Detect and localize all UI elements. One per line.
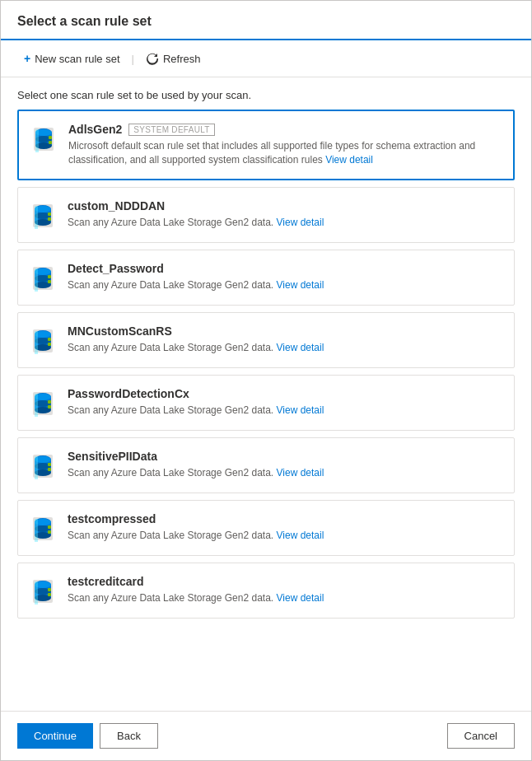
item-icon — [28, 451, 58, 481]
plus-icon: + — [24, 52, 30, 65]
view-detail-link[interactable]: View detail — [277, 279, 324, 291]
view-detail-link[interactable]: View detail — [277, 530, 324, 541]
svg-rect-42 — [35, 394, 38, 417]
item-name-row: MNCustomScanRS — [68, 324, 504, 338]
item-desc: Scan any Azure Data Lake Storage Gen2 da… — [68, 466, 504, 480]
item-desc: Scan any Azure Data Lake Storage Gen2 da… — [68, 404, 504, 418]
svg-rect-52 — [48, 463, 51, 466]
item-icon — [28, 264, 58, 293]
item-desc: Microsoft default scan rule set that inc… — [68, 139, 503, 167]
item-content: SensitivePIIData Scan any Azure Data Lak… — [68, 450, 504, 480]
list-item[interactable]: MNCustomScanRS Scan any Azure Data Lake … — [17, 312, 515, 368]
item-name: testcreditcard — [68, 575, 144, 588]
new-scan-rule-btn[interactable]: + New scan rule set — [17, 49, 127, 68]
refresh-label: Refresh — [163, 53, 201, 65]
view-detail-link[interactable]: View detail — [277, 467, 324, 479]
view-detail-link[interactable]: View detail — [277, 592, 324, 604]
list-item[interactable]: PasswordDetectionCx Scan any Azure Data … — [17, 375, 515, 431]
item-name: PasswordDetectionCx — [68, 387, 189, 400]
svg-rect-62 — [48, 530, 51, 534]
continue-button[interactable]: Continue — [17, 723, 93, 749]
item-content: MNCustomScanRS Scan any Azure Data Lake … — [68, 324, 504, 355]
item-icon — [28, 389, 58, 418]
instruction-text: Select one scan rule set to be used by y… — [1, 77, 531, 110]
item-name-row: Detect_Password — [68, 262, 504, 275]
back-button[interactable]: Back — [100, 723, 158, 749]
list-item[interactable]: testcompressed Scan any Azure Data Lake … — [17, 500, 515, 556]
item-icon — [28, 201, 58, 231]
scan-rule-icon — [28, 201, 58, 231]
list-item[interactable]: AdlsGen2SYSTEM DEFAULT Microsoft default… — [17, 110, 515, 180]
item-name: AdlsGen2 — [68, 123, 122, 136]
item-desc: Scan any Azure Data Lake Storage Gen2 da… — [68, 216, 504, 230]
item-desc: Scan any Azure Data Lake Storage Gen2 da… — [68, 591, 504, 605]
svg-rect-6 — [35, 129, 39, 152]
svg-rect-53 — [48, 468, 51, 471]
item-icon — [28, 326, 58, 356]
svg-rect-16 — [48, 212, 51, 216]
item-icon — [28, 514, 58, 544]
new-scan-rule-label: New scan rule set — [35, 53, 119, 65]
view-detail-link[interactable]: View detail — [277, 404, 324, 416]
item-content: AdlsGen2SYSTEM DEFAULT Microsoft default… — [68, 123, 503, 167]
item-content: testcreditcard Scan any Azure Data Lake … — [68, 575, 504, 605]
item-icon — [28, 577, 58, 606]
scan-rule-icon — [28, 326, 58, 356]
item-name-row: testcreditcard — [68, 575, 504, 588]
system-default-badge: SYSTEM DEFAULT — [128, 124, 214, 136]
item-content: Detect_Password Scan any Azure Data Lake… — [68, 262, 504, 292]
item-name-row: SensitivePIIData — [68, 450, 504, 463]
view-detail-link[interactable]: View detail — [277, 342, 324, 353]
svg-rect-25 — [48, 275, 51, 278]
view-detail-link[interactable]: View detail — [325, 154, 373, 166]
scan-rule-icon — [28, 264, 58, 293]
footer: Continue Back Cancel — [1, 711, 531, 760]
item-name: SensitivePIIData — [68, 450, 157, 463]
svg-rect-17 — [48, 217, 51, 221]
refresh-btn[interactable]: Refresh — [139, 49, 208, 68]
toolbar-separator: | — [132, 53, 134, 65]
svg-rect-43 — [48, 400, 51, 404]
item-content: testcompressed Scan any Azure Data Lake … — [68, 512, 504, 543]
svg-rect-60 — [35, 519, 38, 542]
svg-rect-15 — [35, 206, 38, 229]
item-name-row: custom_NDDDAN — [68, 199, 504, 212]
list-item[interactable]: Detect_Password Scan any Azure Data Lake… — [17, 250, 515, 306]
list-item[interactable]: SensitivePIIData Scan any Azure Data Lak… — [17, 437, 515, 493]
svg-rect-70 — [48, 588, 51, 591]
scan-rule-icon — [28, 389, 58, 418]
svg-rect-71 — [48, 593, 51, 596]
list-item[interactable]: testcreditcard Scan any Azure Data Lake … — [17, 563, 515, 619]
svg-rect-8 — [49, 141, 52, 144]
list-item[interactable]: custom_NDDDAN Scan any Azure Data Lake S… — [17, 187, 515, 243]
item-icon — [29, 124, 58, 154]
item-name: MNCustomScanRS — [68, 324, 172, 338]
svg-rect-51 — [35, 456, 38, 479]
cancel-button[interactable]: Cancel — [447, 723, 515, 749]
item-name: custom_NDDDAN — [68, 199, 165, 212]
svg-rect-44 — [48, 405, 51, 409]
item-content: PasswordDetectionCx Scan any Azure Data … — [68, 387, 504, 418]
svg-rect-69 — [35, 581, 38, 605]
item-name-row: PasswordDetectionCx — [68, 387, 504, 400]
svg-rect-61 — [48, 525, 51, 529]
svg-rect-26 — [48, 280, 51, 283]
view-detail-link[interactable]: View detail — [277, 217, 324, 228]
item-name: Detect_Password — [68, 262, 164, 275]
item-desc: Scan any Azure Data Lake Storage Gen2 da… — [68, 529, 504, 543]
svg-rect-24 — [35, 268, 38, 292]
scan-rule-icon — [29, 124, 58, 154]
content-area: Select one scan rule set to be used by y… — [1, 77, 531, 711]
refresh-icon — [146, 52, 159, 65]
page-title: Select a scan rule set — [1, 1, 531, 40]
item-desc: Scan any Azure Data Lake Storage Gen2 da… — [68, 278, 504, 292]
item-name: testcompressed — [68, 512, 156, 525]
svg-rect-7 — [49, 136, 52, 139]
svg-rect-35 — [48, 343, 51, 346]
scan-rule-icon — [28, 451, 58, 481]
svg-rect-33 — [35, 331, 38, 354]
scan-rule-icon — [28, 577, 58, 606]
item-name-row: AdlsGen2SYSTEM DEFAULT — [68, 123, 503, 136]
item-desc: Scan any Azure Data Lake Storage Gen2 da… — [68, 341, 504, 355]
svg-rect-34 — [48, 338, 51, 341]
